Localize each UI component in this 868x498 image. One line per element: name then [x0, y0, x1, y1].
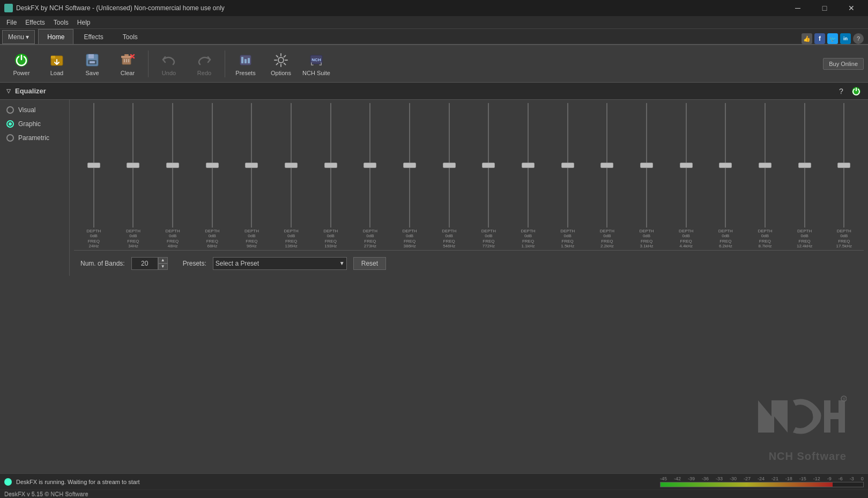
presets-select[interactable]: Select a Preset [213, 257, 347, 270]
meter-fill [661, 482, 833, 487]
band-10-thumb[interactable] [443, 163, 456, 168]
band-9: DEPTH0dB FREQ386Hz [390, 103, 429, 250]
band-16-thumb[interactable] [680, 163, 693, 168]
svg-rect-11 [241, 57, 243, 63]
band-12-info: DEPTH0dB FREQ1.1kHz [521, 228, 535, 250]
facebook-icon[interactable]: f [814, 33, 825, 44]
band-3-thumb[interactable] [166, 163, 179, 168]
band-11-thumb[interactable] [482, 163, 495, 168]
twitter-icon[interactable]: 🐦 [827, 33, 838, 44]
presets-button[interactable]: Presets [228, 48, 263, 80]
band-5-thumb[interactable] [245, 163, 258, 168]
scale-label-14: -6 [839, 476, 843, 481]
band-18-thumb[interactable] [759, 163, 771, 168]
eq-power-icon[interactable] [851, 86, 862, 97]
band-17-info: DEPTH0dB FREQ6.2kHz [718, 228, 733, 250]
bands-value-input[interactable]: 20 [131, 257, 158, 270]
band-6-thumb[interactable] [285, 163, 298, 168]
social-icons: 👍 f 🐦 in ? [802, 33, 868, 44]
sliders-area: DEPTH0dB FREQ24Hz DEPTH0dB FREQ34Hz [70, 100, 868, 276]
options-button[interactable]: Options [264, 48, 298, 80]
toolbar-separator-1 [148, 50, 149, 77]
band-2-depth: DEPTH0dB [126, 229, 140, 239]
band-4-thumb[interactable] [206, 163, 219, 168]
band-19-thumb[interactable] [798, 163, 811, 168]
band-17-freq: FREQ6.2kHz [718, 239, 733, 249]
clear-button[interactable]: Clear [110, 48, 145, 80]
minimize-button[interactable]: ─ [785, 0, 810, 16]
scale-label-3: -39 [688, 476, 695, 481]
band-10: DEPTH0dB FREQ546Hz [429, 103, 469, 250]
band-17: DEPTH0dB FREQ6.2kHz [706, 103, 746, 250]
band-13-thumb[interactable] [561, 163, 574, 168]
band-7-thumb[interactable] [324, 163, 337, 168]
maximize-button[interactable]: □ [812, 0, 837, 16]
radio-visual-circle [6, 106, 14, 114]
clear-icon [119, 52, 136, 69]
band-18-track [745, 103, 785, 228]
tab-effects[interactable]: Effects [75, 29, 112, 44]
linkedin-icon[interactable]: in [840, 33, 851, 44]
eq-help-icon[interactable]: ? [836, 86, 847, 97]
band-12-thumb[interactable] [522, 163, 535, 168]
scale-label-11: -15 [799, 476, 806, 481]
power-icon [13, 52, 30, 69]
eq-sidebar: Visual Graphic Parametric [0, 100, 70, 276]
menu-tools[interactable]: Tools [49, 18, 73, 27]
load-button[interactable]: Load [40, 48, 74, 80]
scale-label-9: -21 [771, 476, 778, 481]
power-button[interactable]: Power [4, 48, 39, 80]
eq-collapse-icon[interactable]: ▽ [6, 88, 11, 94]
help-icon[interactable]: ? [853, 33, 864, 44]
band-5-info: DEPTH0dB FREQ96Hz [244, 228, 259, 250]
band-12-depth: DEPTH0dB [521, 229, 535, 239]
band-9-track [390, 103, 429, 228]
band-8: DEPTH0dB FREQ273Hz [351, 103, 390, 250]
menu-effects[interactable]: Effects [21, 18, 49, 27]
band-1-thumb[interactable] [87, 163, 100, 168]
band-15-thumb[interactable] [640, 163, 653, 168]
radio-graphic[interactable]: Graphic [6, 120, 63, 128]
menu-help[interactable]: Help [73, 18, 95, 27]
bands-down-button[interactable]: ▼ [158, 263, 168, 270]
num-bands-label: Num. of Bands: [80, 260, 125, 267]
band-20-thumb[interactable] [837, 163, 850, 168]
band-6-depth: DEPTH0dB [284, 229, 299, 239]
svg-text:R: R [843, 397, 845, 401]
band-14: DEPTH0dB FREQ2.2kHz [588, 103, 627, 250]
band-16-freq: FREQ4.4kHz [679, 239, 693, 249]
thumbs-up-icon[interactable]: 👍 [802, 33, 812, 44]
tab-tools[interactable]: Tools [114, 29, 147, 44]
menu-file[interactable]: File [2, 18, 21, 27]
band-2: DEPTH0dB FREQ34Hz [114, 103, 153, 250]
svg-rect-12 [244, 59, 247, 63]
band-2-thumb[interactable] [127, 163, 139, 168]
title-bar: DeskFX by NCH Software - (Unlicensed) No… [0, 0, 868, 16]
band-8-thumb[interactable] [363, 163, 376, 168]
band-20-depth: DEPTH0dB [836, 229, 852, 239]
tab-home[interactable]: Home [38, 29, 73, 44]
buy-online-button[interactable]: Buy Online [823, 58, 864, 70]
close-button[interactable]: ✕ [839, 0, 864, 16]
save-button[interactable]: Save [75, 48, 109, 80]
band-14-thumb[interactable] [600, 163, 613, 168]
redo-button[interactable]: Redo [187, 48, 221, 80]
nch-suite-button[interactable]: NCH NCH Suite [299, 48, 333, 80]
band-5-depth: DEPTH0dB [244, 229, 259, 239]
title-text: DeskFX by NCH Software - (Unlicensed) No… [16, 4, 225, 12]
reset-button[interactable]: Reset [353, 257, 386, 270]
band-17-thumb[interactable] [719, 163, 732, 168]
scale-label-13: -9 [827, 476, 832, 481]
bands-up-button[interactable]: ▲ [158, 257, 168, 263]
radio-parametric[interactable]: Parametric [6, 134, 63, 142]
band-15-depth: DEPTH0dB [639, 229, 654, 239]
undo-button[interactable]: Undo [152, 48, 186, 80]
menu-button[interactable]: Menu ▾ [2, 30, 35, 44]
band-4-track [192, 103, 232, 228]
band-15-track [627, 103, 666, 228]
band-10-track [429, 103, 469, 228]
band-9-thumb[interactable] [403, 163, 416, 168]
radio-visual[interactable]: Visual [6, 106, 63, 114]
band-4: DEPTH0dB FREQ68Hz [192, 103, 232, 250]
band-7-depth: DEPTH0dB [323, 229, 338, 239]
